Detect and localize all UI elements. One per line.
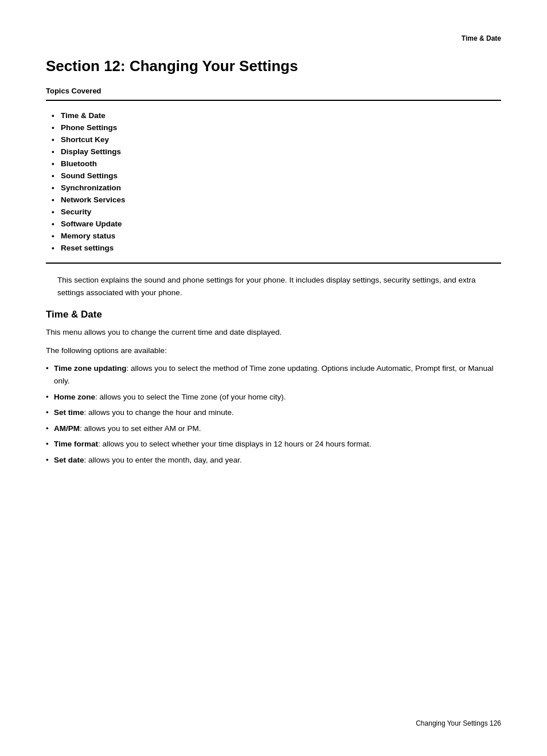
option-term-3: AM/PM	[54, 424, 80, 433]
list-item: Synchronization	[52, 183, 501, 192]
header-label: Time & Date	[462, 34, 501, 42]
subsection-title-time-date: Time & Date	[46, 309, 501, 320]
list-item: Time zone updating: allows you to select…	[46, 362, 501, 387]
list-item: Software Update	[52, 220, 501, 228]
list-item: Memory status	[52, 232, 501, 240]
divider-bottom	[46, 263, 501, 264]
intro-text: This section explains the sound and phon…	[46, 274, 501, 299]
topics-list: Time & Date Phone Settings Shortcut Key …	[52, 111, 501, 252]
list-item: Time format: allows you to select whethe…	[46, 438, 501, 451]
option-term-2: Set time	[54, 408, 84, 417]
list-item: Network Services	[52, 195, 501, 204]
option-def-5: : allows you to enter the month, day, an…	[84, 456, 242, 464]
option-def-4: : allows you to select whether your time…	[98, 440, 371, 448]
section-title: Section 12: Changing Your Settings	[46, 57, 501, 75]
list-item: Home zone: allows you to select the Time…	[46, 391, 501, 404]
time-date-description2: The following options are available:	[46, 344, 501, 357]
divider-top	[46, 100, 501, 101]
footer-text: Changing Your Settings 126	[416, 719, 501, 727]
list-item: AM/PM: allows you to set either AM or PM…	[46, 422, 501, 435]
list-item: Display Settings	[52, 147, 501, 156]
list-item: Set date: allows you to enter the month,…	[46, 454, 501, 467]
list-item: Sound Settings	[52, 171, 501, 180]
time-date-description1: This menu allows you to change the curre…	[46, 326, 501, 339]
option-def-3: : allows you to set either AM or PM.	[80, 424, 201, 433]
option-term-1: Home zone	[54, 393, 95, 401]
list-item: Shortcut Key	[52, 135, 501, 144]
topics-covered-label: Topics Covered	[46, 87, 501, 95]
list-item: Security	[52, 207, 501, 216]
option-def-2: : allows you to change the hour and minu…	[84, 408, 234, 417]
option-term-5: Set date	[54, 456, 84, 464]
option-term-4: Time format	[54, 440, 98, 448]
option-def-1: : allows you to select the Time zone (of…	[95, 393, 286, 401]
page-container: Time & Date Section 12: Changing Your Se…	[0, 0, 547, 756]
option-term-0: Time zone updating	[54, 364, 127, 373]
list-item: Phone Settings	[52, 123, 501, 132]
list-item: Set time: allows you to change the hour …	[46, 406, 501, 419]
list-item: Reset settings	[52, 244, 501, 252]
list-item: Time & Date	[52, 111, 501, 120]
options-list: Time zone updating: allows you to select…	[46, 362, 501, 466]
list-item: Bluetooth	[52, 159, 501, 168]
